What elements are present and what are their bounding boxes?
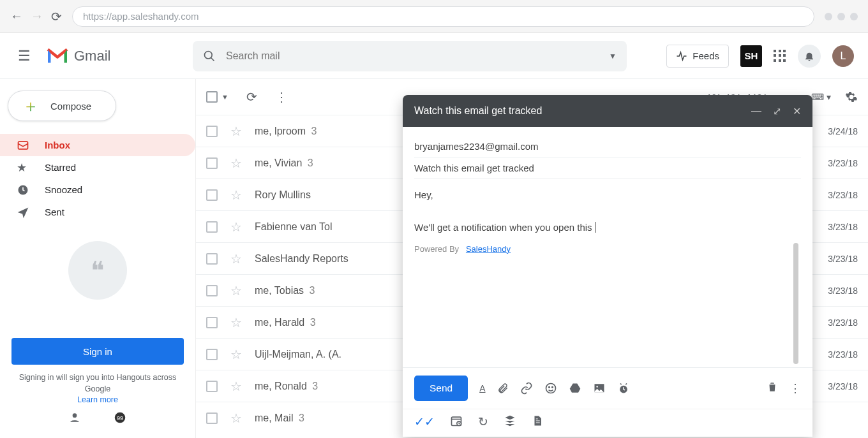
hangouts-panel: ❝ Sign in Signing in will sign you into … xyxy=(0,223,195,430)
sidebar-item-inbox[interactable]: Inbox xyxy=(0,134,195,156)
calendar-icon[interactable] xyxy=(450,414,463,429)
back-button[interactable]: ← xyxy=(10,9,23,24)
tracking-icon[interactable]: ✓✓ xyxy=(414,414,435,429)
minimize-icon[interactable]: — xyxy=(751,105,761,117)
sender: me, Tobias 3 xyxy=(255,285,315,296)
send-button[interactable]: Send xyxy=(414,376,468,401)
email-date: 3/23/18 xyxy=(828,286,858,296)
svg-point-9 xyxy=(551,387,553,388)
sender: SalesHandy Reports xyxy=(255,253,348,265)
row-checkbox[interactable] xyxy=(206,285,218,296)
user-avatar[interactable]: L xyxy=(832,45,854,67)
compose-label: Compose xyxy=(50,101,91,112)
compose-button[interactable]: ＋ Compose xyxy=(8,91,116,121)
emoji-icon[interactable] xyxy=(544,382,557,395)
sidebar-item-starred[interactable]: ★ Starred xyxy=(0,156,195,179)
gmail-text: Gmail xyxy=(74,48,110,64)
star-icon[interactable]: ☆ xyxy=(230,124,242,139)
notifications-icon[interactable] xyxy=(798,45,821,68)
refresh-icon[interactable]: ⟳ xyxy=(246,89,257,105)
email-date: 3/23/18 xyxy=(828,254,858,264)
pulse-icon xyxy=(676,50,687,62)
document-icon[interactable] xyxy=(532,414,543,429)
reload-button[interactable]: ⟳ xyxy=(51,9,62,24)
select-dropdown-icon[interactable]: ▼ xyxy=(221,93,228,101)
subject-field[interactable]: Watch this email get tracked xyxy=(414,157,801,179)
gmail-logo[interactable]: Gmail xyxy=(46,47,193,65)
format-icon[interactable]: A xyxy=(479,383,485,393)
saleshandy-badge[interactable]: SH xyxy=(740,45,762,67)
refresh-template-icon[interactable]: ↻ xyxy=(478,414,488,429)
svg-point-0 xyxy=(205,51,213,59)
schedule-icon[interactable] xyxy=(617,382,630,395)
row-checkbox[interactable] xyxy=(206,317,218,328)
row-checkbox[interactable] xyxy=(206,221,218,233)
row-checkbox[interactable] xyxy=(206,253,218,265)
to-field[interactable]: bryanjames2234@gmail.com xyxy=(414,136,801,157)
sender: me, Ronald 3 xyxy=(255,381,318,392)
compose-scrollbar[interactable] xyxy=(793,243,798,364)
hangouts-balloon-icon[interactable]: 99 xyxy=(113,411,127,425)
sidebar-label: Sent xyxy=(45,207,64,217)
star-icon[interactable]: ☆ xyxy=(230,283,242,298)
person-icon[interactable] xyxy=(68,411,81,425)
hangouts-text: Signing in will sign you into Hangouts a… xyxy=(15,372,181,406)
signin-button[interactable]: Sign in xyxy=(11,338,184,365)
search-box[interactable]: ▼ xyxy=(193,41,627,71)
sidebar-item-sent[interactable]: Sent xyxy=(0,201,195,223)
sidebar-label: Inbox xyxy=(45,140,70,150)
compose-footer: Send A ⋮ xyxy=(403,367,812,409)
compose-body[interactable]: Hey, We'll get a notification when you o… xyxy=(414,179,801,367)
powered-by: Powered By SalesHandy xyxy=(414,242,801,256)
search-icon xyxy=(203,50,216,62)
link-icon[interactable] xyxy=(520,382,533,395)
row-checkbox[interactable] xyxy=(206,189,218,201)
feeds-button[interactable]: Feeds xyxy=(666,45,729,68)
star-icon[interactable]: ☆ xyxy=(230,219,242,235)
saleshandy-toolbar: ✓✓ ↻ xyxy=(403,409,812,437)
more-options-icon[interactable]: ⋮ xyxy=(789,381,801,395)
row-checkbox[interactable] xyxy=(206,412,218,424)
sender: me, Mail 3 xyxy=(255,412,304,424)
sender: me, Vivian 3 xyxy=(255,157,313,169)
search-input[interactable] xyxy=(226,50,609,62)
drive-icon[interactable] xyxy=(569,382,581,395)
select-all-checkbox[interactable] xyxy=(206,91,218,103)
row-checkbox[interactable] xyxy=(206,349,218,360)
trash-icon[interactable] xyxy=(767,381,778,395)
learn-more-link[interactable]: Learn more xyxy=(77,395,118,404)
forward-button[interactable]: → xyxy=(31,9,43,24)
image-icon[interactable] xyxy=(593,382,606,395)
window-dots xyxy=(825,13,858,20)
star-icon[interactable]: ☆ xyxy=(230,156,242,171)
star-icon[interactable]: ☆ xyxy=(230,411,242,426)
settings-icon[interactable] xyxy=(845,91,858,103)
row-checkbox[interactable] xyxy=(206,126,218,137)
sender: me, Harald 3 xyxy=(255,317,316,328)
expand-icon[interactable]: ⤢ xyxy=(773,105,781,117)
star-icon[interactable]: ☆ xyxy=(230,315,242,330)
saleshandy-link[interactable]: SalesHandy xyxy=(466,244,511,254)
star-icon[interactable]: ☆ xyxy=(230,187,242,203)
email-date: 3/23/18 xyxy=(828,381,858,391)
search-dropdown-icon[interactable]: ▼ xyxy=(609,52,617,61)
svg-point-7 xyxy=(546,384,555,393)
keyboard-icon[interactable]: ⌨ ▾ xyxy=(811,92,831,102)
star-icon[interactable]: ☆ xyxy=(230,379,242,394)
apps-icon[interactable] xyxy=(774,50,786,62)
browser-bar: ← → ⟳ https://app.saleshandy.com xyxy=(0,0,868,33)
star-icon[interactable]: ☆ xyxy=(230,251,242,266)
row-checkbox[interactable] xyxy=(206,157,218,169)
svg-text:99: 99 xyxy=(117,415,123,421)
menu-icon[interactable]: ☰ xyxy=(18,48,33,64)
row-checkbox[interactable] xyxy=(206,381,218,392)
star-icon[interactable]: ☆ xyxy=(230,347,242,362)
sidebar-item-snoozed[interactable]: Snoozed xyxy=(0,179,195,201)
url-bar[interactable]: https://app.saleshandy.com xyxy=(72,6,814,27)
compose-header[interactable]: Watch this email get tracked — ⤢ ✕ xyxy=(403,95,812,127)
templates-icon[interactable] xyxy=(504,414,516,429)
close-icon[interactable]: ✕ xyxy=(793,105,801,117)
attach-icon[interactable] xyxy=(497,383,509,394)
email-date: 3/23/18 xyxy=(828,190,858,200)
more-icon[interactable]: ⋮ xyxy=(275,89,288,105)
